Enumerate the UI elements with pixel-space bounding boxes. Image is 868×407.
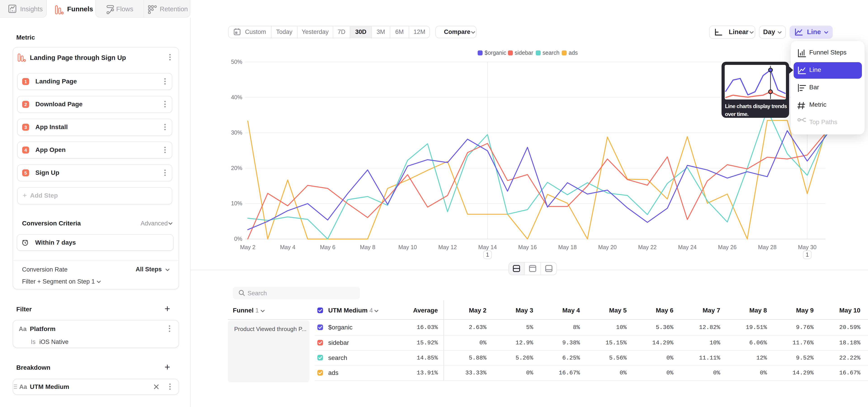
- svg-text:May 30: May 30: [798, 244, 816, 250]
- svg-text:May 24: May 24: [678, 244, 697, 250]
- svg-text:May 2: May 2: [240, 244, 255, 250]
- svg-text:10%: 10%: [231, 200, 242, 207]
- svg-text:May 8: May 8: [360, 244, 375, 250]
- svg-text:May 26: May 26: [718, 244, 737, 250]
- svg-text:20%: 20%: [231, 165, 242, 171]
- svg-text:May 18: May 18: [558, 244, 577, 250]
- svg-text:May 4: May 4: [280, 244, 296, 250]
- svg-text:May 20: May 20: [598, 244, 617, 250]
- svg-text:May 28: May 28: [758, 244, 776, 250]
- svg-text:1: 1: [486, 251, 489, 258]
- svg-text:May 22: May 22: [638, 244, 657, 250]
- svg-text:May 14: May 14: [478, 244, 497, 250]
- svg-text:0%: 0%: [234, 236, 242, 242]
- svg-text:1: 1: [806, 251, 809, 258]
- svg-text:May 12: May 12: [438, 244, 457, 250]
- svg-text:May 10: May 10: [398, 244, 417, 250]
- svg-text:30%: 30%: [231, 129, 242, 136]
- svg-text:50%: 50%: [231, 59, 242, 65]
- svg-text:40%: 40%: [231, 94, 242, 100]
- svg-text:May 6: May 6: [320, 244, 336, 250]
- svg-text:May 16: May 16: [518, 244, 537, 250]
